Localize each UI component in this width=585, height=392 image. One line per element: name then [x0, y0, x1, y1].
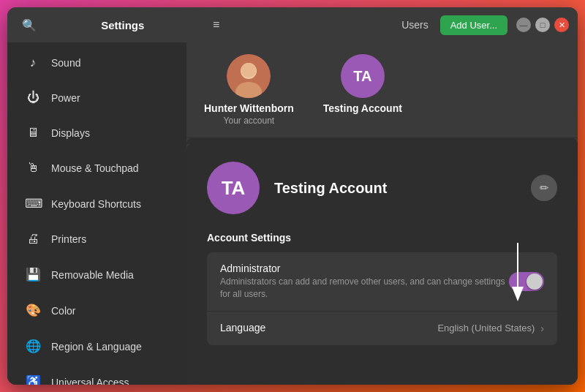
toggle-track[interactable]: [509, 272, 544, 291]
chevron-right-icon: ›: [540, 323, 544, 334]
administrator-toggle[interactable]: [509, 272, 544, 291]
sidebar-label-displays: Displays: [51, 127, 90, 139]
search-icon: 🔍: [22, 18, 37, 32]
user-card-primary[interactable]: Hunter Wittenborn Your account: [204, 54, 294, 126]
minimize-icon: —: [520, 20, 528, 29]
add-user-button[interactable]: Add User...: [440, 15, 507, 35]
close-button[interactable]: ✕: [554, 18, 569, 32]
minimize-button[interactable]: —: [516, 18, 531, 32]
sidebar-label-keyboard: Keyboard Shortcuts: [51, 198, 141, 210]
sidebar-item-color[interactable]: 🎨 Color: [10, 293, 184, 328]
hamburger-icon: ≡: [213, 18, 219, 31]
sidebar-item-universal[interactable]: ♿ Universal Access: [10, 365, 184, 385]
sidebar-item-sound[interactable]: ♪ Sound: [10, 46, 184, 80]
sidebar-item-mouse[interactable]: 🖱 Mouse & Touchpad: [10, 151, 184, 185]
avatar-photo: [227, 54, 271, 98]
detail-avatar: TA: [207, 162, 260, 214]
color-icon: 🎨: [25, 303, 41, 318]
administrator-setting-row: Administrator Administrators can add and…: [207, 252, 557, 312]
sidebar-label-printers: Printers: [51, 233, 86, 245]
language-setting-row[interactable]: Language English (United States) ›: [207, 312, 557, 345]
content-area: Hunter Wittenborn Your account TA Testin…: [186, 42, 578, 385]
sidebar-item-displays[interactable]: 🖥 Displays: [10, 116, 184, 150]
globe-icon: 🌐: [25, 339, 41, 354]
titlebar-nav: Users Add User...: [401, 15, 507, 35]
settings-card: Administrator Administrators can add and…: [207, 252, 557, 345]
music-icon: ♪: [25, 56, 41, 70]
primary-user-name: Hunter Wittenborn: [204, 102, 294, 114]
search-button[interactable]: 🔍: [16, 12, 42, 38]
close-icon: ✕: [559, 20, 565, 30]
language-label: Language: [220, 322, 437, 333]
menu-button[interactable]: ≡: [203, 12, 230, 38]
detail-panel: TA Testing Account ✏ Account Settings Ad…: [186, 144, 578, 385]
toggle-thumb: [526, 274, 543, 290]
app-window: 🔍 Settings ≡ Users Add User... — □ ✕: [7, 7, 578, 385]
users-nav-label: Users: [401, 19, 429, 31]
users-header: Hunter Wittenborn Your account TA Testin…: [186, 42, 578, 138]
account-settings-title: Account Settings: [207, 232, 557, 244]
edit-button[interactable]: ✏: [531, 175, 557, 201]
mouse-icon: 🖱: [25, 161, 41, 176]
window-controls: — □ ✕: [516, 18, 569, 32]
display-icon: 🖥: [25, 126, 41, 140]
svg-point-3: [241, 63, 256, 78]
removable-icon: 💾: [25, 267, 41, 282]
user-card-secondary[interactable]: TA Testing Account: [323, 54, 402, 126]
power-icon: ⏻: [25, 91, 41, 105]
sidebar-label-color: Color: [51, 305, 75, 317]
universal-icon: ♿: [25, 374, 41, 385]
sidebar-label-sound: Sound: [51, 57, 80, 69]
sidebar-item-keyboard[interactable]: ⌨ Keyboard Shortcuts: [10, 186, 184, 221]
language-value: English (United States): [437, 323, 535, 333]
pencil-icon: ✏: [540, 181, 549, 195]
window-title: Settings: [42, 19, 203, 31]
detail-header: TA Testing Account ✏: [207, 162, 557, 214]
sidebar-item-removable[interactable]: 💾 Removable Media: [10, 257, 184, 292]
administrator-desc: Administrators can add and remove other …: [220, 276, 509, 301]
sidebar-label-power: Power: [51, 92, 80, 104]
secondary-avatar: TA: [341, 54, 385, 98]
administrator-label: Administrator: [220, 263, 509, 274]
main-content: ♪ Sound ⏻ Power 🖥 Displays 🖱 Mouse & Tou…: [7, 42, 578, 385]
tab-strip: [186, 138, 578, 144]
sidebar-label-universal: Universal Access: [51, 377, 129, 385]
detail-user-name: Testing Account: [274, 180, 516, 197]
sidebar-item-region[interactable]: 🌐 Region & Language: [10, 329, 184, 363]
maximize-button[interactable]: □: [535, 18, 550, 32]
sidebar-label-region: Region & Language: [51, 341, 142, 353]
sidebar-label-mouse: Mouse & Touchpad: [51, 162, 139, 174]
printer-icon: 🖨: [25, 232, 41, 246]
sidebar-item-power[interactable]: ⏻ Power: [10, 81, 184, 115]
sidebar: ♪ Sound ⏻ Power 🖥 Displays 🖱 Mouse & Tou…: [7, 42, 186, 385]
titlebar: 🔍 Settings ≡ Users Add User... — □ ✕: [7, 7, 578, 42]
keyboard-icon: ⌨: [25, 196, 41, 211]
maximize-icon: □: [540, 20, 546, 29]
administrator-info: Administrator Administrators can add and…: [220, 263, 509, 301]
secondary-user-name: Testing Account: [323, 102, 402, 114]
primary-avatar: [227, 54, 271, 98]
sidebar-item-printers[interactable]: 🖨 Printers: [10, 222, 184, 256]
language-info: Language: [220, 322, 437, 335]
primary-user-subtitle: Your account: [224, 116, 275, 126]
sidebar-label-removable: Removable Media: [51, 269, 134, 281]
